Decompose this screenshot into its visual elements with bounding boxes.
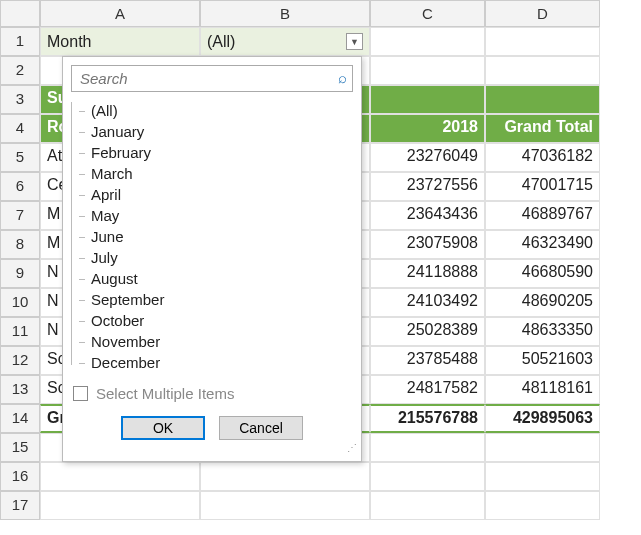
cell[interactable] — [200, 462, 370, 491]
filter-item[interactable]: November — [79, 331, 353, 352]
pivot-col-2018[interactable]: 2018 — [370, 114, 485, 143]
chevron-down-icon: ▼ — [350, 37, 359, 47]
row-header[interactable]: 6 — [0, 172, 40, 201]
row-header[interactable]: 3 — [0, 85, 40, 114]
ok-button[interactable]: OK — [121, 416, 205, 440]
row-header[interactable]: 16 — [0, 462, 40, 491]
col-header-a[interactable]: A — [40, 0, 200, 27]
filter-item[interactable]: July — [79, 247, 353, 268]
filter-item[interactable]: September — [79, 289, 353, 310]
cell[interactable] — [485, 27, 600, 56]
pivot-value[interactable]: 46889767 — [485, 201, 600, 230]
resize-gripper-icon[interactable]: ⋰ — [71, 442, 357, 453]
row-header[interactable]: 10 — [0, 288, 40, 317]
pivot-value[interactable]: 24103492 — [370, 288, 485, 317]
filter-item[interactable]: March — [79, 163, 353, 184]
pivot-value[interactable]: 23727556 — [370, 172, 485, 201]
cell[interactable] — [370, 462, 485, 491]
pivot-value[interactable]: 50521603 — [485, 346, 600, 375]
filter-item[interactable]: January — [79, 121, 353, 142]
pivot-value[interactable]: 48690205 — [485, 288, 600, 317]
pivot-value[interactable]: 24118888 — [370, 259, 485, 288]
row-header[interactable]: 12 — [0, 346, 40, 375]
filter-item-all[interactable]: (All) — [79, 100, 353, 121]
pivot-value[interactable]: 23276049 — [370, 143, 485, 172]
select-multiple-items-row[interactable]: Select Multiple Items — [71, 379, 353, 412]
row-header[interactable]: 2 — [0, 56, 40, 85]
cancel-button[interactable]: Cancel — [219, 416, 303, 440]
cell[interactable] — [200, 491, 370, 520]
filter-item[interactable]: February — [79, 142, 353, 163]
select-multiple-checkbox[interactable] — [73, 386, 88, 401]
filter-item[interactable]: December — [79, 352, 353, 373]
row-header[interactable]: 11 — [0, 317, 40, 346]
cell[interactable] — [40, 491, 200, 520]
pivot-value[interactable]: 48118161 — [485, 375, 600, 404]
cell[interactable] — [485, 56, 600, 85]
pivot-grand-total-value[interactable]: 429895063 — [485, 404, 600, 433]
filter-value-cell[interactable]: (All) ▼ — [200, 27, 370, 56]
cell[interactable] — [370, 27, 485, 56]
row-header[interactable]: 8 — [0, 230, 40, 259]
cell[interactable] — [370, 433, 485, 462]
pivot-value[interactable]: 46680590 — [485, 259, 600, 288]
filter-item[interactable]: May — [79, 205, 353, 226]
row-header[interactable]: 5 — [0, 143, 40, 172]
cell[interactable] — [485, 491, 600, 520]
row-header[interactable]: 9 — [0, 259, 40, 288]
col-header-b[interactable]: B — [200, 0, 370, 27]
pivot-value[interactable]: 47001715 — [485, 172, 600, 201]
row-header[interactable]: 14 — [0, 404, 40, 433]
row-header[interactable]: 13 — [0, 375, 40, 404]
filter-item[interactable]: August — [79, 268, 353, 289]
pivot-value[interactable]: 24817582 — [370, 375, 485, 404]
pivot-value[interactable]: 23643436 — [370, 201, 485, 230]
col-header-c[interactable]: C — [370, 0, 485, 27]
cell[interactable] — [370, 56, 485, 85]
select-all-corner[interactable] — [0, 0, 40, 27]
row-header[interactable]: 1 — [0, 27, 40, 56]
pivot-value[interactable]: 25028389 — [370, 317, 485, 346]
col-header-d[interactable]: D — [485, 0, 600, 27]
filter-label-cell[interactable]: Month — [40, 27, 200, 56]
filter-item[interactable]: June — [79, 226, 353, 247]
filter-dropdown-panel: ⌕ (All) January February March April May… — [62, 56, 362, 462]
cell[interactable] — [40, 462, 200, 491]
pivot-grand-total-value[interactable]: 215576788 — [370, 404, 485, 433]
cell[interactable] — [485, 462, 600, 491]
cell[interactable] — [485, 433, 600, 462]
filter-value-text: (All) — [207, 33, 235, 51]
row-header[interactable]: 15 — [0, 433, 40, 462]
row-header[interactable]: 4 — [0, 114, 40, 143]
pivot-header[interactable] — [370, 85, 485, 114]
filter-item-list: (All) January February March April May J… — [71, 98, 353, 379]
pivot-value[interactable]: 46323490 — [485, 230, 600, 259]
pivot-value[interactable]: 23075908 — [370, 230, 485, 259]
pivot-value[interactable]: 48633350 — [485, 317, 600, 346]
filter-item[interactable]: April — [79, 184, 353, 205]
select-multiple-label: Select Multiple Items — [96, 385, 234, 402]
pivot-value[interactable]: 47036182 — [485, 143, 600, 172]
pivot-header[interactable] — [485, 85, 600, 114]
pivot-col-grand-total[interactable]: Grand Total — [485, 114, 600, 143]
cell[interactable] — [370, 491, 485, 520]
filter-dropdown-button[interactable]: ▼ — [346, 33, 363, 50]
pivot-value[interactable]: 23785488 — [370, 346, 485, 375]
row-header[interactable]: 7 — [0, 201, 40, 230]
filter-item[interactable]: October — [79, 310, 353, 331]
search-input[interactable] — [71, 65, 353, 92]
row-header[interactable]: 17 — [0, 491, 40, 520]
